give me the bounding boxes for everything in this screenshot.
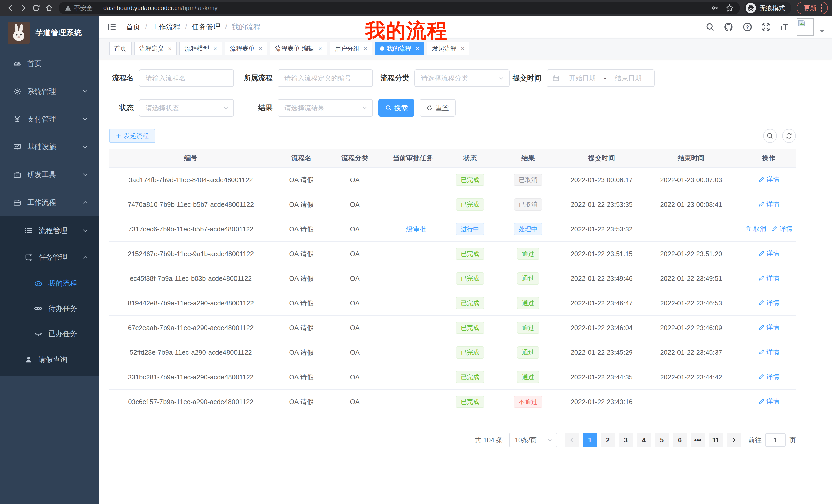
close-icon[interactable]: × [461,45,464,52]
tab-首页[interactable]: 首页 [109,42,132,55]
tab-流程定义[interactable]: 流程定义× [134,42,177,55]
process-table: 编号流程名流程分类当前审批任务状态结果提交时间结束时间操作 3ad174fb-7… [109,149,796,414]
key-icon[interactable] [711,4,719,12]
more-pages-button[interactable]: ••• [691,433,705,447]
action-label: 详情 [766,274,779,282]
reset-button[interactable]: 重置 [420,99,456,117]
process-name-input[interactable] [139,69,234,87]
next-page-button[interactable] [727,433,741,447]
sidebar-item-系统管理[interactable]: 系统管理 [0,78,99,105]
sidebar-item-label: 待办任务 [48,304,77,313]
column-header-结束时间: 结束时间 [641,149,742,167]
breadcrumb-separator: / [225,23,227,31]
close-icon[interactable]: × [213,45,217,52]
cell-result: 通过 [494,291,563,315]
status-select[interactable]: 请选择状态 [139,99,234,117]
page-button-3[interactable]: 3 [619,433,633,447]
close-icon[interactable]: × [415,45,419,52]
cell-name: OA 请假 [272,315,330,340]
process-definition-input[interactable] [278,69,373,87]
warning-icon [65,5,72,11]
url-bar[interactable]: 不安全 dashboard.yudao.iocoder.cn /bpm/task… [59,2,740,15]
sidebar-item-请假查询[interactable]: 请假查询 [0,346,99,373]
sidebar-item-已办任务[interactable]: 已办任务 [0,321,99,346]
cell-name: OA 请假 [272,266,330,291]
forward-icon[interactable] [17,2,30,15]
search-icon[interactable] [705,22,715,32]
sidebar-item-基础设施[interactable]: 基础设施 [0,133,99,161]
browser-menu-icon[interactable] [821,4,823,12]
avatar-dropdown-caret[interactable] [820,30,825,33]
bookmark-star-icon[interactable] [726,4,734,12]
cell-category: OA [330,217,380,242]
back-icon[interactable] [4,2,17,15]
submit-time-range-picker[interactable]: 开始日期 - 结束日期 [547,69,655,87]
font-size-icon[interactable]: TT [780,23,788,31]
tab-流程模型[interactable]: 流程模型× [179,42,222,55]
detail-link[interactable]: 详情 [758,200,779,208]
detail-link[interactable]: 详情 [758,299,779,307]
home-icon[interactable] [43,2,55,15]
tab-我的流程[interactable]: 我的流程× [375,42,424,55]
refresh-table-button[interactable] [782,129,796,143]
hide-search-button[interactable] [763,129,777,143]
prev-page-button[interactable] [565,433,579,447]
sidebar-item-研发工具[interactable]: 研发工具 [0,161,99,189]
sidebar-item-支付管理[interactable]: 支付管理 [0,105,99,133]
page-button-11[interactable]: 11 [709,433,723,447]
page-button-4[interactable]: 4 [636,433,651,447]
page-size-select[interactable]: 10条/页 [509,433,557,447]
incognito-badge[interactable]: 无痕模式 [744,2,791,15]
fullscreen-icon[interactable] [761,22,771,32]
sidebar-item-任务管理[interactable]: 任务管理 [0,244,99,271]
cancel-link[interactable]: 取消 [745,225,766,233]
github-icon[interactable] [724,22,734,32]
page-button-5[interactable]: 5 [655,433,669,447]
goto-page-input[interactable] [765,433,786,447]
sidebar-item-首页[interactable]: 首页 [0,50,99,78]
tab-流程表单[interactable]: 流程表单× [225,42,267,55]
detail-link[interactable]: 详情 [758,175,779,184]
page-button-2[interactable]: 2 [601,433,615,447]
app-logo[interactable]: 芋道管理系统 [0,16,99,50]
breadcrumb: 首页/工作流程/任务管理/我的流程 [126,22,260,32]
detail-link[interactable]: 详情 [758,348,779,356]
detail-link[interactable]: 详情 [758,249,779,258]
sidebar-item-工作流程[interactable]: 工作流程 [0,189,99,216]
tab-用户分组[interactable]: 用户分组× [330,42,372,55]
not-secure-warning[interactable]: 不安全 [65,4,93,12]
result-select[interactable]: 请选择流结果 [278,99,373,117]
close-icon[interactable]: × [318,45,322,52]
detail-link[interactable]: 详情 [758,372,779,381]
sidebar-item-待办任务[interactable]: 待办任务 [0,296,99,321]
cell-name: OA 请假 [272,167,330,192]
help-icon[interactable]: ? [743,22,752,32]
reload-icon[interactable] [30,2,43,15]
column-header-提交时间: 提交时间 [563,149,641,167]
detail-link[interactable]: 详情 [758,323,779,332]
tab-发起流程[interactable]: 发起流程× [427,42,469,55]
page-button-6[interactable]: 6 [673,433,687,447]
close-icon[interactable]: × [168,45,172,52]
avatar[interactable] [797,18,814,36]
detail-link[interactable]: 详情 [771,225,792,233]
start-process-button[interactable]: 发起流程 [109,129,155,143]
task-link[interactable]: 一级审批 [399,225,426,233]
search-button[interactable]: 搜索 [379,99,414,117]
breadcrumb-item-工作流程[interactable]: 工作流程 [152,22,181,32]
page-button-1[interactable]: 1 [582,433,597,447]
category-select[interactable]: 请选择流程分类 [414,69,510,87]
close-icon[interactable]: × [364,45,367,52]
result-badge: 通过 [517,297,539,309]
cell-category: OA [330,291,380,315]
sidebar-item-流程管理[interactable]: 流程管理 [0,217,99,244]
update-button[interactable]: 更新 [797,2,828,15]
tab-流程表单-编辑[interactable]: 流程表单-编辑× [270,42,327,55]
breadcrumb-item-任务管理[interactable]: 任务管理 [192,22,220,32]
sidebar-collapse-icon[interactable] [106,21,118,33]
detail-link[interactable]: 详情 [758,274,779,282]
sidebar-item-我的流程[interactable]: 我的流程 [0,271,99,296]
close-icon[interactable]: × [259,45,262,52]
detail-link[interactable]: 详情 [758,397,779,405]
breadcrumb-item-首页[interactable]: 首页 [126,22,140,32]
